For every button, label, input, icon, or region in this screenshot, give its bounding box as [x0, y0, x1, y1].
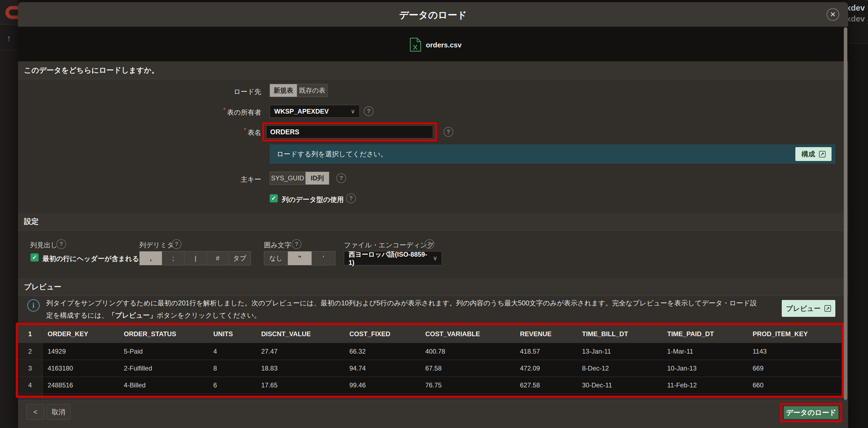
- section-heading-preview: プレビュー: [18, 278, 848, 296]
- delimiter-option-comma[interactable]: ,: [140, 252, 162, 265]
- preview-info-line1: 列タイプをサンプリングするために最初の201行を解析しました。次のプレビューには…: [46, 298, 778, 308]
- row-number: [18, 394, 42, 396]
- configure-button[interactable]: 構成 ↗: [795, 147, 832, 161]
- table-cell: 8: [209, 360, 256, 377]
- primary-key-option-id-column[interactable]: ID列: [305, 172, 329, 184]
- table-cell: 472.09: [515, 360, 577, 377]
- table-owner-select[interactable]: WKSP_APEXDEV ∨: [270, 105, 360, 118]
- row-number: 4: [18, 377, 42, 394]
- delimiter-option-semicolon[interactable]: ;: [162, 252, 184, 265]
- preview-button[interactable]: プレビュー ↗: [782, 300, 835, 317]
- table-cell: 418.57: [515, 343, 577, 360]
- table-cell: 14929: [42, 343, 119, 360]
- load-data-button[interactable]: データのロード: [784, 406, 838, 419]
- table-cell: 2488516: [42, 377, 119, 394]
- enclosure-label: 囲み文字: [264, 240, 291, 250]
- table-owner-help-icon[interactable]: ?: [364, 106, 374, 116]
- column-header: COST_FIXED: [344, 325, 421, 343]
- column-header: REVENUE: [515, 325, 577, 343]
- column-header: PROD_ITEM_KEY: [748, 325, 842, 343]
- use-column-types-help-icon[interactable]: ?: [346, 194, 356, 203]
- close-icon[interactable]: ✕: [827, 8, 839, 21]
- chevron-down-icon: ∨: [433, 255, 437, 262]
- encoding-help-icon[interactable]: ?: [425, 239, 434, 249]
- row-number: 2: [18, 343, 42, 360]
- preview-table-body: 2149295-Paid427.4766.32400.78418.5713-Ja…: [18, 343, 842, 396]
- table-row: 2149295-Paid427.4766.32400.78418.5713-Ja…: [18, 343, 842, 360]
- table-cell: [515, 394, 577, 396]
- table-cell: 6: [209, 377, 256, 394]
- encoding-label: ファイル・エンコーディング: [344, 240, 434, 250]
- table-cell: 30-Dec-11: [577, 377, 662, 394]
- table-cell: 18.83: [256, 360, 344, 377]
- file-name: orders.csv: [426, 41, 462, 49]
- table-cell: 1143: [748, 343, 842, 360]
- column-header: ORDER_KEY: [42, 325, 119, 343]
- table-cell: 4: [209, 343, 256, 360]
- first-row-header-checkbox[interactable]: ✓: [30, 253, 39, 261]
- row-number: 1: [18, 325, 42, 343]
- column-header-help-icon[interactable]: ?: [56, 239, 66, 249]
- external-link-icon: ↗: [819, 151, 826, 158]
- column-header: TIME_BILL_DT: [577, 325, 662, 343]
- use-column-types-checkbox[interactable]: ✓: [270, 194, 278, 202]
- table-header-row: 1ORDER_KEYORDER_STATUSUNITSDISCNT_VALUEC…: [18, 325, 842, 343]
- load-to-label: ロード先: [190, 87, 261, 96]
- primary-key-help-icon[interactable]: ?: [336, 173, 346, 183]
- table-cell: 5-Paid: [119, 343, 209, 360]
- delimiter-option-hash[interactable]: #: [207, 252, 228, 265]
- table-cell: 17.65: [256, 377, 344, 394]
- section-heading-destination: このデータをどちらにロードしますか。: [18, 61, 848, 79]
- enclosure-option-none[interactable]: なし: [264, 252, 288, 265]
- up-arrow-icon[interactable]: ↑: [0, 32, 18, 44]
- delimiter-toggle: , ; | # タブ: [139, 251, 251, 265]
- table-name-input[interactable]: [266, 125, 433, 138]
- back-button[interactable]: <: [26, 404, 44, 420]
- table-cell: 4-Billed: [119, 377, 209, 394]
- preview-table-container: 1ORDER_KEYORDER_STATUSUNITSDISCNT_VALUEC…: [18, 325, 842, 396]
- preview-table-head: 1ORDER_KEYORDER_STATUSUNITSDISCNT_VALUEC…: [18, 325, 842, 343]
- column-header: COST_VARIABLE: [421, 325, 515, 343]
- enclosure-help-icon[interactable]: ?: [292, 239, 302, 249]
- encoding-select[interactable]: 西ヨーロッパ語(ISO-8859-1) ∨: [344, 251, 442, 265]
- column-header-label: 列見出し: [30, 240, 58, 250]
- preview-info-line2: 定を構成するには、「プレビュー」ボタンをクリックしてください。: [46, 311, 778, 320]
- info-icon: i: [27, 299, 40, 312]
- table-cell: 669: [748, 360, 842, 377]
- cancel-button[interactable]: 取消: [46, 404, 70, 420]
- external-link-icon: ↗: [825, 305, 831, 312]
- first-row-header-label: 最初の行にヘッダーが含まれる: [42, 254, 139, 263]
- table-cell: [42, 394, 119, 396]
- rail-divider: [0, 50, 18, 50]
- app-left-rail: [0, 0, 18, 428]
- workspace-text: xdev: [846, 14, 868, 23]
- column-header: DISCNT_VALUE: [256, 325, 344, 343]
- enclosure-option-double-quote[interactable]: ": [288, 252, 312, 265]
- delimiter-option-pipe[interactable]: |: [184, 252, 207, 265]
- dialog-footer: [18, 400, 848, 428]
- load-to-option-existing-table[interactable]: 既存の表: [297, 84, 327, 97]
- primary-key-option-sys-guid[interactable]: SYS_GUID: [270, 172, 305, 184]
- delimiter-option-tab[interactable]: タブ: [228, 252, 251, 265]
- table-cell: 400.78: [421, 343, 515, 360]
- table-row-partial: [18, 394, 842, 396]
- table-name-help-icon[interactable]: ?: [443, 127, 453, 137]
- enclosure-option-single-quote[interactable]: ': [312, 252, 335, 265]
- primary-key-label: 主キー: [190, 175, 261, 184]
- table-cell: [256, 394, 344, 396]
- table-cell: 1-Mar-11: [662, 343, 748, 360]
- table-cell: [662, 394, 748, 396]
- workspace-text: xdev: [846, 3, 868, 12]
- required-asterisk: *: [244, 126, 246, 134]
- table-cell: 627.58: [515, 377, 577, 394]
- table-cell: [209, 394, 256, 396]
- table-cell: 13-Jan-11: [577, 343, 662, 360]
- table-row: 341631802-Fulfilled818.8394.7467.58472.0…: [18, 360, 842, 377]
- table-cell: 660: [748, 377, 842, 394]
- table-cell: 11-Feb-12: [662, 377, 748, 394]
- delimiter-help-icon[interactable]: ?: [172, 239, 182, 249]
- csv-file-icon: [409, 37, 422, 52]
- load-to-option-new-table[interactable]: 新規表: [270, 84, 297, 97]
- table-row: 424885164-Billed617.6599.4676.75627.5830…: [18, 377, 842, 394]
- dialog-scrollbar-thumb[interactable]: [844, 27, 847, 400]
